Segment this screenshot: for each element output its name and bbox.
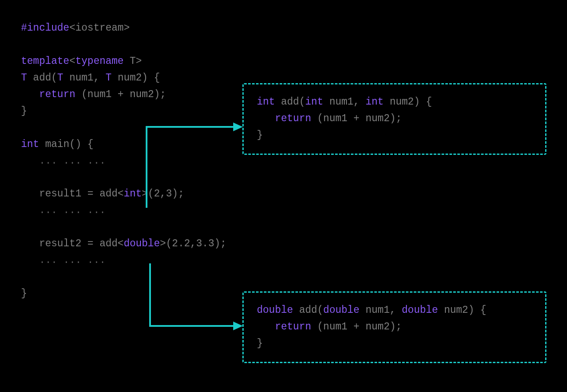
int-template-arg: int xyxy=(124,188,142,200)
int-keyword: int xyxy=(21,139,39,150)
result1-assign: result1 = add< xyxy=(39,188,123,200)
fn-add: add( xyxy=(27,72,57,84)
include-header: <iostream> xyxy=(69,22,130,34)
include-directive: #include xyxy=(21,22,69,34)
main-code-block: #include<iostream> template<typename T> … xyxy=(21,20,226,302)
typename-keyword: typename xyxy=(75,56,123,67)
template-keyword: template xyxy=(21,56,69,67)
int-return-type: int xyxy=(257,96,275,108)
double-instantiation-box: double add(double num1, double num2) { r… xyxy=(242,291,546,363)
return-type-t: T xyxy=(21,72,27,84)
int-instantiation-box: int add(int num1, int num2) { return (nu… xyxy=(242,83,546,155)
double-template-arg: double xyxy=(124,238,160,249)
ellipsis: ... ... ... xyxy=(39,155,105,167)
return-keyword: return xyxy=(39,89,75,100)
main-sig: main() { xyxy=(39,139,93,150)
result2-assign: result2 = add< xyxy=(39,238,123,249)
double-return-type: double xyxy=(257,304,293,316)
